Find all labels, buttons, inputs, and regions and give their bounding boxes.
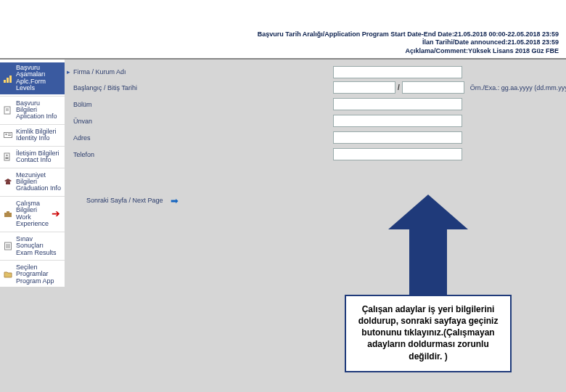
arrow-right-icon: ➔ [52, 208, 62, 219]
svg-rect-15 [4, 213, 12, 217]
header-line-3: Açıklama/Comment:Yüksek Lisans 2018 Güz … [0, 47, 559, 55]
phone-input[interactable] [333, 148, 462, 160]
sidebar: Başvuru Aşamaları Aplc.Form Levels Başvu… [0, 60, 65, 287]
phone-label: Telefon [72, 151, 152, 158]
sidebar-item-graduation-info[interactable]: Mezuniyet Bilgileri Graduation Info [0, 170, 65, 195]
header-line-2: İlan Tarihi/Date announced:21.05.2018 23… [0, 38, 559, 46]
sidebar-item-label: İletişim Bilgileri Contact Info [16, 150, 60, 164]
end-date-input[interactable] [402, 81, 464, 94]
sidebar-item-label: Sınav Sonuçları Exam Results [16, 236, 62, 256]
callout-text: Çalışan adaylar iş yeri bilgilerini dold… [345, 295, 512, 372]
company-label: Firma / Kurum Adı [72, 68, 152, 75]
svg-point-7 [5, 134, 7, 135]
svg-rect-9 [8, 135, 11, 136]
company-input[interactable] [333, 66, 462, 78]
sidebar-item-identity-info[interactable]: Kimlik Bilgileri Identity Info [0, 126, 65, 144]
results-icon [3, 241, 13, 251]
callout: Çalışan adaylar iş yeri bilgilerini dold… [345, 195, 512, 372]
row-dates: Başlangıç / Bitiş Tarihi / Örn./Exa.: gg… [65, 81, 566, 95]
svg-rect-14 [6, 182, 10, 184]
date-separator: / [397, 83, 401, 91]
header-band: Başvuru Tarih Aralığı/Application Progra… [0, 29, 566, 58]
arrow-right-blue-icon: ➡ [171, 195, 179, 206]
start-date-input[interactable] [333, 81, 395, 94]
sidebar-item-form-levels[interactable]: Başvuru Aşamaları Aplc.Form Levels [0, 62, 65, 94]
svg-rect-8 [8, 134, 11, 134]
sidebar-item-contact-info[interactable]: İletişim Bilgileri Contact Info [0, 148, 65, 166]
folder-icon [3, 269, 13, 279]
id-card-icon [3, 130, 13, 140]
svg-rect-12 [6, 158, 9, 160]
svg-point-11 [6, 155, 7, 156]
next-page-label: Sonraki Sayfa / Next Page [65, 197, 163, 204]
sidebar-item-application-info[interactable]: Başvuru Bilgileri Aplication Info [0, 98, 65, 123]
row-company: ▸ Firma / Kurum Adı [65, 64, 566, 78]
svg-rect-2 [9, 75, 12, 83]
sidebar-item-label: Kimlik Bilgileri Identity Info [16, 128, 57, 142]
svg-rect-0 [4, 80, 6, 83]
contact-icon [3, 152, 13, 162]
sidebar-item-program-app[interactable]: Seçilen Programlar Program App [0, 262, 65, 287]
sidebar-item-label: Seçilen Programlar Program App [16, 264, 62, 285]
svg-rect-16 [7, 211, 9, 213]
dates-label: Başlangıç / Bitiş Tarihi [72, 84, 152, 91]
header-line-1: Başvuru Tarih Aralığı/Application Progra… [0, 30, 559, 38]
row-phone: Telefon [65, 147, 566, 162]
dept-label: Bölüm [72, 101, 152, 108]
arrow-up-icon [345, 195, 512, 295]
row-address: Adres [65, 131, 566, 145]
title-label: Ünvan [72, 118, 152, 125]
address-input[interactable] [333, 131, 462, 144]
sidebar-item-label: Mezuniyet Bilgileri Graduation Info [16, 172, 62, 192]
levels-icon [3, 73, 13, 83]
svg-rect-1 [7, 78, 9, 83]
sidebar-item-label: Çalışma Bilgileri Work Experience [16, 200, 49, 228]
document-icon [3, 105, 13, 115]
address-label: Adres [72, 134, 152, 142]
sidebar-item-exam-results[interactable]: Sınav Sonuçları Exam Results [0, 234, 65, 258]
row-title: Ünvan [65, 114, 566, 128]
svg-rect-10 [4, 153, 9, 160]
bullet-icon: ▸ [65, 68, 72, 75]
row-dept: Bölüm [65, 97, 566, 112]
sidebar-item-label: Başvuru Aşamaları Aplc.Form Levels [16, 65, 62, 92]
dept-input[interactable] [333, 98, 462, 110]
sidebar-item-label: Başvuru Bilgileri Aplication Info [16, 100, 62, 121]
sidebar-item-work-experience[interactable]: Çalışma Bilgileri Work Experience ➔ [0, 198, 65, 230]
title-input[interactable] [333, 115, 462, 127]
main-form: ▸ Firma / Kurum Adı Başlangıç / Bitiş Ta… [65, 60, 566, 287]
briefcase-icon [3, 209, 13, 219]
date-hint: Örn./Exa.: gg.aa.yyyy (dd.mm.yyyy) [470, 84, 566, 91]
graduation-icon [3, 177, 13, 187]
